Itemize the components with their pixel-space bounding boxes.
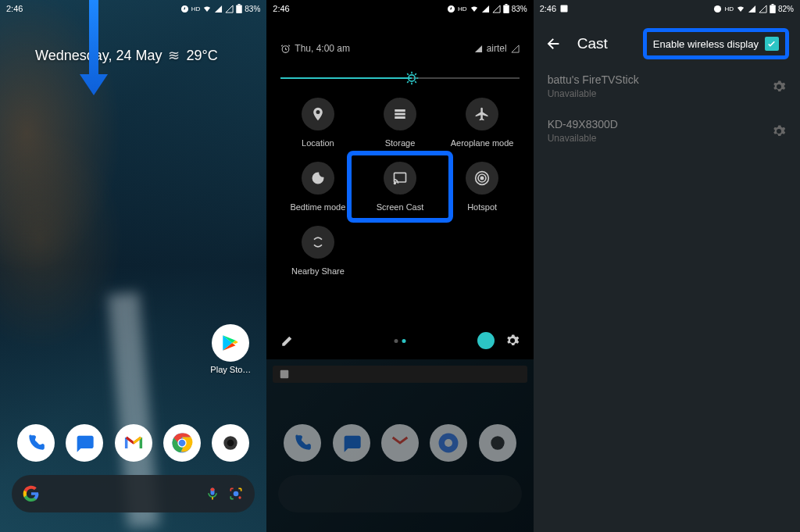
status-icons: HD 82%	[713, 4, 794, 13]
user-avatar[interactable]	[477, 332, 495, 349]
dot	[394, 339, 398, 343]
phone-app[interactable]	[17, 424, 55, 462]
cast-device-item[interactable]: battu's FireTVStick Unavailable	[534, 64, 800, 109]
hd-indicator: HD	[724, 5, 734, 12]
alarm-time: Thu, 4:00 am	[295, 43, 350, 54]
aeroplane-icon	[474, 106, 490, 122]
signal-icon-2	[225, 5, 234, 13]
signal-icon-2	[759, 5, 767, 13]
device-status: Unavailable	[548, 88, 639, 99]
device-settings-gear-icon[interactable]	[772, 124, 786, 138]
battery-percent: 83%	[512, 5, 527, 13]
nearby-share-tile[interactable]: Nearby Share	[280, 226, 355, 276]
chrome-app[interactable]	[163, 424, 201, 462]
weather-icon: ≋	[168, 47, 180, 64]
alarm-icon	[280, 44, 291, 54]
svg-point-10	[234, 491, 239, 497]
brightness-thumb-icon[interactable]	[404, 70, 420, 86]
storage-icon	[393, 107, 407, 121]
checkmark-icon	[766, 39, 777, 49]
settings-gear-icon[interactable]	[505, 334, 520, 348]
signal-icon-2	[492, 5, 501, 13]
battery-icon	[770, 4, 776, 13]
tile-label: Hotspot	[467, 202, 497, 212]
signal-icon	[481, 5, 490, 13]
checkbox-checked[interactable]	[765, 37, 779, 51]
edit-icon[interactable]	[280, 334, 295, 348]
aeroplane-mode-tile[interactable]: Aeroplane mode	[445, 98, 520, 148]
tile-label: Location	[302, 138, 334, 148]
device-status: Unavailable	[548, 133, 618, 144]
nearby-share-icon	[310, 234, 326, 250]
back-arrow-icon[interactable]	[545, 35, 562, 52]
carrier-name: airtel	[487, 43, 507, 54]
play-store-app[interactable]: Play Sto…	[210, 324, 251, 374]
status-bar: 2:46 HD 83%	[0, 0, 266, 17]
dimmed-dock	[266, 424, 533, 462]
storage-tile[interactable]: Storage	[362, 98, 437, 148]
google-lens-icon[interactable]	[228, 486, 244, 502]
page-indicator	[394, 339, 405, 343]
svg-rect-13	[505, 4, 507, 5]
hotspot-tile[interactable]: Hotspot	[445, 162, 520, 212]
camera-app[interactable]	[212, 424, 249, 462]
dot-active	[402, 339, 405, 343]
cast-settings-panel: 2:46 HD 82% Cast Enable wireless display…	[534, 0, 800, 532]
alarm-indicator[interactable]: Thu, 4:00 am	[280, 43, 350, 54]
tile-label: Screen Cast	[377, 202, 424, 212]
qs-footer	[280, 332, 519, 349]
wifi-icon	[202, 4, 212, 13]
tile-label: Bedtime mode	[290, 202, 345, 212]
battery-percent: 83%	[245, 5, 260, 13]
status-bar: 2:46 HD 83%	[266, 0, 533, 17]
screen-cast-tile[interactable]: Screen Cast	[347, 151, 452, 223]
svg-rect-28	[561, 5, 568, 12]
svg-point-27	[491, 436, 504, 449]
wifi-icon	[736, 4, 745, 13]
svg-rect-29	[770, 5, 776, 14]
bedtime-icon	[310, 170, 326, 186]
svg-point-20	[394, 183, 395, 184]
location-icon	[310, 106, 326, 122]
svg-point-26	[445, 439, 452, 447]
svg-rect-1	[238, 4, 241, 5]
hd-indicator: HD	[458, 5, 467, 12]
messages-app[interactable]	[66, 424, 103, 462]
brightness-slider[interactable]	[280, 69, 519, 87]
location-tile[interactable]: Location	[280, 98, 355, 148]
notification-shade-bar[interactable]	[273, 366, 527, 383]
photo-notif-icon	[559, 4, 569, 13]
enable-wireless-display-toggle[interactable]: Enable wireless display	[643, 28, 789, 59]
svg-point-11	[239, 496, 241, 498]
google-search-bar[interactable]	[12, 475, 255, 512]
status-icons: HD 83%	[180, 4, 261, 13]
alarm-icon	[713, 5, 722, 13]
messages-app-dimmed	[333, 424, 370, 462]
dock	[0, 424, 266, 462]
signal-icon	[214, 5, 223, 13]
cast-device-item[interactable]: KD-49X8300D Unavailable	[534, 109, 800, 153]
enable-label: Enable wireless display	[653, 38, 759, 50]
home-screen-panel: 2:46 HD 83% Wednesday, 24 May ≋ 29°C Pla…	[0, 0, 266, 532]
phone-app-dimmed	[284, 424, 321, 462]
bedtime-mode-tile[interactable]: Bedtime mode	[280, 162, 355, 212]
date-weather-widget[interactable]: Wednesday, 24 May ≋ 29°C	[35, 47, 218, 64]
hotspot-icon	[474, 170, 490, 186]
dimmed-search-bar	[278, 475, 521, 512]
svg-rect-18	[395, 116, 405, 119]
device-settings-gear-icon[interactable]	[772, 80, 786, 94]
alarm-icon	[447, 5, 455, 13]
status-left: 2:46	[540, 4, 569, 13]
signal-icon	[748, 5, 756, 13]
photo-icon	[279, 369, 290, 380]
svg-rect-16	[395, 109, 405, 112]
mic-icon[interactable]	[205, 486, 220, 502]
battery-percent: 82%	[778, 5, 794, 13]
play-store-label: Play Sto…	[210, 365, 251, 374]
svg-rect-24	[280, 370, 289, 379]
quick-settings-panel: 2:46 HD 83% Thu, 4:00 am airtel	[266, 0, 533, 532]
gmail-app[interactable]	[115, 424, 152, 462]
qs-header: Thu, 4:00 am airtel	[266, 43, 533, 54]
signal-icon	[474, 45, 483, 53]
device-name: KD-49X8300D	[548, 118, 618, 130]
